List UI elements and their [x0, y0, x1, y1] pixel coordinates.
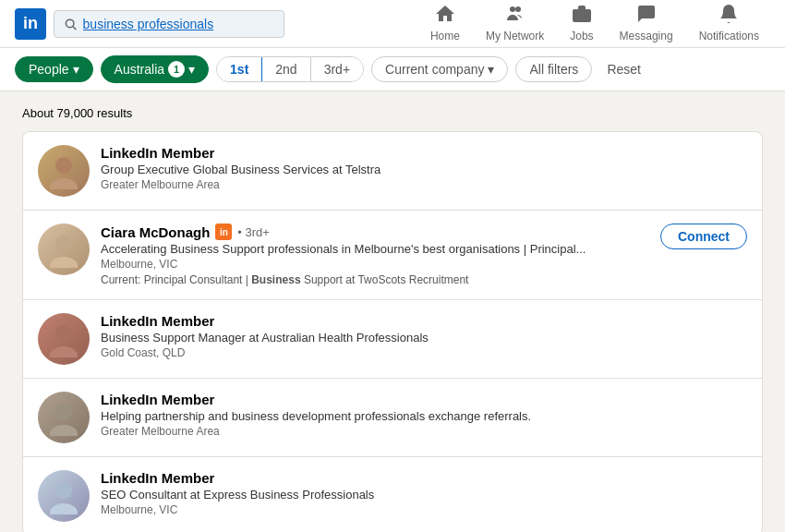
header: in Home My Network Jobs [0, 0, 785, 48]
svg-point-11 [55, 404, 72, 420]
avatar [38, 392, 90, 443]
1st-degree-label: 1st [230, 62, 248, 77]
jobs-icon [571, 3, 593, 28]
notifications-icon [718, 3, 740, 28]
result-info: LinkedIn Member Helping partnership and … [101, 392, 747, 438]
table-row: Ciara McDonagh in • 3rd+ Accelerating Bu… [23, 211, 762, 300]
3rd-degree-label: 3rd+ [324, 62, 350, 77]
result-location: Gold Coast, QLD [101, 346, 747, 359]
nav-messaging[interactable]: Messaging [609, 0, 684, 52]
people-filter-button[interactable]: People ▾ [15, 56, 93, 82]
result-title: Business Support Manager at Australian H… [101, 331, 747, 345]
australia-count-badge: 1 [168, 61, 185, 78]
search-input[interactable] [83, 17, 274, 31]
people-chevron-icon: ▾ [73, 62, 79, 77]
result-current: Current: Principal Consultant | Business… [101, 273, 649, 286]
svg-point-10 [50, 346, 78, 357]
svg-point-13 [55, 482, 72, 499]
linkedin-in-badge: in [215, 224, 232, 240]
result-name: LinkedIn Member [101, 470, 747, 486]
degree-text: • 3rd+ [237, 225, 270, 239]
result-location: Greater Melbourne Area [101, 178, 747, 191]
avatar [38, 313, 90, 365]
table-row: LinkedIn Member Group Executive Global B… [23, 132, 762, 211]
2nd-degree-button[interactable]: 2nd [262, 57, 310, 81]
reset-label: Reset [607, 62, 641, 77]
main-content: About 79,000 results LinkedIn Member Gro… [0, 91, 785, 532]
avatar [38, 145, 90, 197]
svg-point-5 [55, 157, 72, 174]
connect-button[interactable]: Connect [660, 224, 747, 249]
connect-label: Connect [678, 229, 730, 244]
svg-point-3 [515, 6, 521, 12]
result-info: LinkedIn Member Group Executive Global B… [101, 145, 747, 191]
reset-button[interactable]: Reset [599, 57, 648, 81]
svg-point-6 [50, 178, 78, 189]
search-box [54, 10, 284, 38]
result-title: SEO Consultant at Express Business Profe… [101, 488, 747, 502]
svg-point-2 [510, 6, 515, 12]
svg-rect-4 [573, 9, 591, 22]
result-location: Melbourne, VIC [101, 258, 649, 271]
table-row: LinkedIn Member Business Support Manager… [23, 300, 762, 379]
table-row: LinkedIn Member Helping partnership and … [23, 379, 762, 457]
result-name: LinkedIn Member [101, 145, 747, 161]
avatar [38, 470, 90, 522]
nav-notifications[interactable]: Notifications [688, 0, 770, 52]
current-company-chevron-icon: ▾ [488, 62, 494, 77]
result-name: Ciara McDonagh in • 3rd+ [101, 224, 649, 240]
result-info: LinkedIn Member Business Support Manager… [101, 313, 747, 359]
nav-notifications-label: Notifications [699, 30, 759, 42]
result-location: Melbourne, VIC [101, 503, 747, 516]
nav-jobs-label: Jobs [570, 30, 593, 42]
messaging-icon [635, 3, 658, 28]
avatar [38, 224, 90, 275]
filter-bar: People ▾ Australia 1 ▾ 1st 2nd 3rd+ Curr… [0, 48, 785, 91]
nav-home[interactable]: Home [419, 0, 471, 52]
nav-home-label: Home [430, 30, 460, 42]
nav-messaging-label: Messaging [620, 30, 673, 42]
result-title: Accelerating Business Support profession… [101, 242, 649, 256]
nav-network-label: My Network [486, 30, 544, 42]
result-actions: Connect [660, 224, 747, 249]
result-title: Helping partnership and business develop… [101, 409, 747, 423]
svg-point-0 [66, 19, 73, 27]
2nd-degree-label: 2nd [275, 62, 296, 77]
people-filter-label: People [29, 62, 69, 77]
home-icon [434, 3, 456, 28]
search-icon [64, 17, 78, 31]
result-title: Group Executive Global Business Services… [101, 163, 747, 176]
nav-network[interactable]: My Network [475, 0, 555, 52]
current-company-filter-button[interactable]: Current company ▾ [371, 56, 508, 82]
svg-line-1 [73, 26, 76, 29]
1st-degree-button[interactable]: 1st [217, 57, 262, 81]
main-nav: Home My Network Jobs Messaging [419, 0, 770, 52]
svg-point-14 [50, 503, 78, 514]
current-company-label: Current company [385, 62, 484, 77]
svg-point-7 [55, 236, 72, 252]
australia-chevron-icon: ▾ [188, 62, 195, 77]
3rd-degree-button[interactable]: 3rd+ [311, 57, 363, 81]
result-name: LinkedIn Member [101, 392, 747, 407]
table-row: LinkedIn Member SEO Consultant at Expres… [23, 457, 762, 532]
result-info: Ciara McDonagh in • 3rd+ Accelerating Bu… [101, 224, 649, 286]
result-name: LinkedIn Member [101, 313, 747, 329]
all-filters-button[interactable]: All filters [515, 56, 592, 82]
australia-filter-button[interactable]: Australia 1 ▾ [101, 55, 209, 83]
all-filters-label: All filters [529, 62, 578, 77]
results-count: About 79,000 results [22, 106, 763, 120]
nav-jobs[interactable]: Jobs [559, 0, 604, 52]
australia-filter-label: Australia [115, 62, 164, 77]
linkedin-logo[interactable]: in [15, 8, 46, 40]
svg-point-12 [50, 425, 78, 436]
network-icon [504, 3, 526, 28]
svg-point-9 [55, 325, 72, 342]
results-list: LinkedIn Member Group Executive Global B… [22, 131, 763, 532]
svg-point-8 [50, 257, 78, 268]
result-location: Greater Melbourne Area [101, 425, 747, 438]
result-info: LinkedIn Member SEO Consultant at Expres… [101, 470, 747, 516]
connection-degree-group: 1st 2nd 3rd+ [216, 56, 364, 82]
